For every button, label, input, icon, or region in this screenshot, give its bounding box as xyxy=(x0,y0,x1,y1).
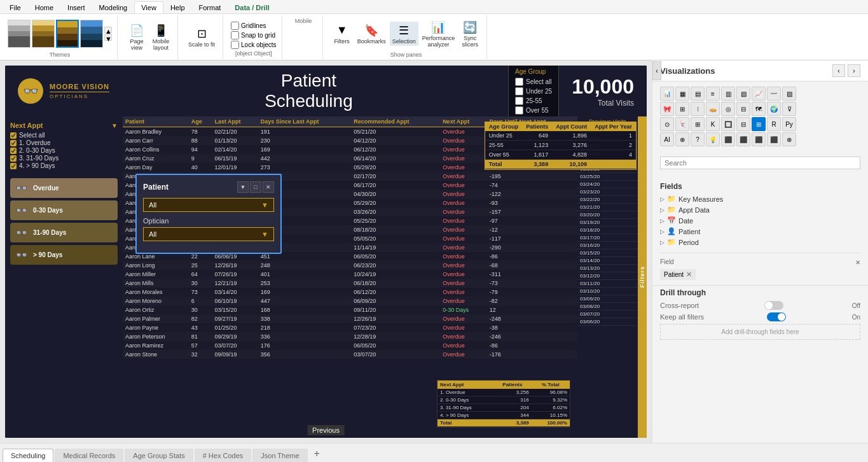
col-patient[interactable]: Patient xyxy=(123,116,189,127)
theme-scroll-down[interactable]: ▼ xyxy=(104,34,112,41)
viz-icon-line[interactable]: 📈 xyxy=(752,87,766,101)
viz-icon-filled-map[interactable]: 🌍 xyxy=(767,102,781,116)
slicer-030days[interactable]: 2. 0-30 Days xyxy=(10,147,118,154)
field-tag-remove[interactable]: ✕ xyxy=(686,270,692,279)
viz-nav-prev[interactable]: ‹ xyxy=(832,64,845,77)
viz-icon-table[interactable]: ⊟ xyxy=(736,117,750,131)
viz-icon-map[interactable]: 🗺 xyxy=(752,102,766,116)
tab-help[interactable]: Help xyxy=(163,1,192,13)
theme-swatch-4[interactable] xyxy=(80,20,103,48)
age-under25[interactable]: Under 25 xyxy=(515,87,552,95)
tab-insert[interactable]: Insert xyxy=(60,1,92,13)
tab-modeling[interactable]: Modeling xyxy=(92,1,135,13)
slicer-030-checkbox[interactable] xyxy=(10,148,17,154)
optician-select-dropdown[interactable]: All ▼ xyxy=(143,227,274,241)
viz-icon-custom2[interactable]: ⬛ xyxy=(736,132,750,146)
snap-to-grid-option[interactable]: Snap to grid xyxy=(231,31,277,39)
theme-swatch-2[interactable] xyxy=(32,20,55,48)
viz-icon-h100[interactable]: ▧ xyxy=(736,87,750,101)
slicer-90plus-checkbox[interactable] xyxy=(10,163,17,169)
popup-maximize-btn[interactable]: □ xyxy=(250,181,261,193)
filters-sidebar[interactable]: Filters xyxy=(638,116,647,438)
filters-btn[interactable]: ▼ Filters xyxy=(331,22,354,46)
snap-checkbox[interactable] xyxy=(231,31,239,39)
day-card-3190[interactable]: 👓 31-90 Days xyxy=(10,223,118,242)
collapse-viz-btn[interactable]: ‹ xyxy=(652,61,661,80)
tab-hex-codes[interactable]: # Hex Codes xyxy=(195,449,252,462)
col-last-appt[interactable]: Last Appt xyxy=(212,116,258,127)
tab-medical-records[interactable]: Medical Records xyxy=(55,449,123,462)
viz-icon-100bar[interactable]: ▤ xyxy=(691,87,705,101)
slicer-overdue-checkbox[interactable] xyxy=(10,140,17,146)
scale-to-fit-btn[interactable]: ⊡ Scale to fit xyxy=(186,25,217,49)
age-25-55-checkbox[interactable] xyxy=(515,97,523,105)
gridlines-checkbox[interactable] xyxy=(231,22,239,30)
col-days-since[interactable]: Days Since Last Appt xyxy=(258,116,352,127)
popup-filter-btn[interactable]: ▼ xyxy=(237,181,249,193)
viz-icon-smart[interactable]: 💡 xyxy=(706,132,720,146)
viz-icon-decomp[interactable]: ⊕ xyxy=(675,132,689,146)
viz-icon-custom1[interactable]: ⬛ xyxy=(721,132,735,146)
performance-btn[interactable]: 📊 Performanceanalyzer xyxy=(420,18,458,49)
viz-icon-pie[interactable]: 🥧 xyxy=(706,102,720,116)
viz-icon-hbar[interactable]: ≡ xyxy=(706,87,720,101)
tab-view[interactable]: View xyxy=(134,1,163,13)
theme-swatch-1[interactable] xyxy=(8,20,31,48)
viz-icon-matrix[interactable]: ⊞ xyxy=(752,117,766,131)
slicer-3190-checkbox[interactable] xyxy=(10,155,17,162)
field-appt-data[interactable]: ▷ 📁 Appt Data xyxy=(660,204,860,215)
viz-icon-ribbon[interactable]: 🎀 xyxy=(660,102,674,116)
viz-icon-multirow[interactable]: ⊞ xyxy=(691,117,705,131)
field-period[interactable]: ▷ 📁 Period xyxy=(660,237,860,248)
theme-scroll-up[interactable]: ▲ xyxy=(104,27,112,33)
slicer-chevron[interactable]: ▼ xyxy=(111,122,118,129)
age-select-all-checkbox[interactable] xyxy=(515,78,523,86)
add-drill-fields[interactable]: Add drill-through fields here xyxy=(660,324,860,340)
keep-filters-toggle[interactable] xyxy=(767,312,786,321)
viz-icon-qa[interactable]: ? xyxy=(691,132,705,146)
tab-file[interactable]: File xyxy=(3,1,28,13)
viz-nav-next[interactable]: › xyxy=(848,64,860,77)
tab-json-theme[interactable]: Json Theme xyxy=(252,449,307,462)
col-recommended[interactable]: Recommended Appt xyxy=(351,116,440,127)
viz-icon-python[interactable]: Py xyxy=(782,117,796,131)
cross-report-toggle[interactable] xyxy=(764,301,783,310)
viz-icon-donut[interactable]: ◎ xyxy=(721,102,735,116)
viz-icon-hstacked[interactable]: ▥ xyxy=(721,87,735,101)
viz-icon-stacked-bar[interactable]: ▦ xyxy=(675,87,689,101)
sync-slicers-btn[interactable]: 🔄 Syncslicers xyxy=(458,18,481,49)
viz-icon-stacked-area[interactable]: ▨ xyxy=(782,87,796,101)
lock-checkbox[interactable] xyxy=(231,41,239,49)
tab-age-group-stats[interactable]: Age Group Stats xyxy=(125,449,193,462)
tab-data-drill[interactable]: Data / Drill xyxy=(228,1,276,13)
viz-icon-scatter[interactable]: ⁝ xyxy=(691,102,705,116)
viz-icon-add[interactable]: ⊕ xyxy=(782,132,796,146)
add-tab-btn[interactable]: + xyxy=(309,445,325,462)
field-date[interactable]: ▷ 📅 Date xyxy=(660,215,860,226)
tab-scheduling[interactable]: Scheduling xyxy=(3,449,53,462)
slicer-90plus[interactable]: 4. > 90 Days xyxy=(10,162,118,169)
patient-select-dropdown[interactable]: All ▼ xyxy=(143,198,274,212)
popup-close-btn[interactable]: ✕ xyxy=(263,181,274,193)
tab-home[interactable]: Home xyxy=(28,1,60,13)
selection-btn[interactable]: ☰ Selection xyxy=(390,22,418,46)
gridlines-option[interactable]: Gridlines xyxy=(231,22,277,30)
slicer-select-all[interactable]: Select all xyxy=(10,132,118,139)
field-patient[interactable]: ▷ 👤 Patient xyxy=(660,226,860,237)
field-key-measures[interactable]: ▷ 📁 Key Measures xyxy=(660,193,860,204)
viz-icon-custom3[interactable]: ⬛ xyxy=(752,132,766,146)
viz-icon-custom4[interactable]: ⬛ xyxy=(767,132,781,146)
day-card-overdue[interactable]: 👓 Overdue xyxy=(10,178,118,198)
day-card-030[interactable]: 👓 0-30 Days xyxy=(10,200,118,220)
age-select-all[interactable]: Select all xyxy=(515,78,552,86)
slicer-3190days[interactable]: 3. 31-90 Days xyxy=(10,155,118,162)
viz-icon-area[interactable]: 〰 xyxy=(767,87,781,101)
slicer-all-checkbox[interactable] xyxy=(10,132,17,139)
day-card-90plus[interactable]: 👓 > 90 Days xyxy=(10,245,118,265)
viz-icon-card[interactable]: 🃏 xyxy=(675,117,689,131)
viz-icon-r[interactable]: R xyxy=(767,117,781,131)
col-age[interactable]: Age xyxy=(189,116,212,127)
viz-icon-waterfall[interactable]: ⊞ xyxy=(675,102,689,116)
viz-icon-kpi[interactable]: K xyxy=(706,117,720,131)
prev-button[interactable]: Previous xyxy=(307,425,345,435)
